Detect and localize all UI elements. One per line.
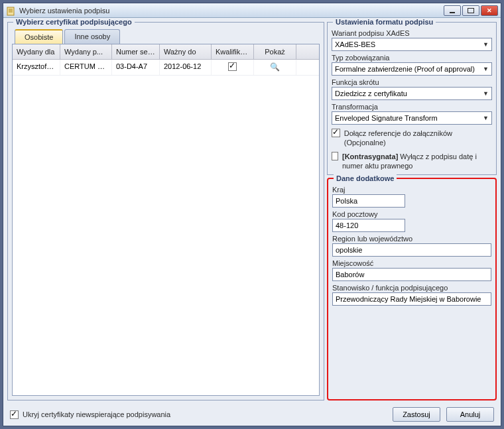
commitment-select[interactable]: Formalne zatwierdzenie (Proof of approva… — [332, 62, 492, 76]
cell-show[interactable]: 🔍 — [254, 60, 296, 75]
qualified-check-icon — [228, 62, 237, 71]
svg-rect-0 — [7, 7, 14, 15]
country-label: Kraj — [332, 186, 491, 194]
hash-select[interactable]: Dziedzicz z certyfikatu▼ — [332, 87, 492, 100]
hide-unsupported-label: Ukryj certyfikaty niewspierające podpisy… — [23, 410, 170, 418]
city-input[interactable]: Baborów — [332, 268, 491, 281]
variant-select[interactable]: XAdES-BES▼ — [332, 38, 492, 51]
contrasign-checkbox[interactable] — [332, 152, 338, 160]
chevron-down-icon: ▼ — [483, 90, 489, 97]
variant-label: Wariant podpisu XAdES — [332, 29, 492, 37]
cell-issued-to: Krzysztof R... — [13, 60, 60, 75]
certificate-legend: Wybierz certyfikat podpisującego — [13, 18, 135, 26]
th-issued-by[interactable]: Wydany p... — [60, 44, 112, 59]
th-valid-to[interactable]: Ważny do — [160, 44, 212, 59]
window-title: Wybierz ustawienia podpisu — [19, 7, 444, 15]
chevron-down-icon: ▼ — [483, 41, 489, 48]
region-label: Region lub województwo — [332, 235, 491, 243]
zip-label: Kod pocztowy — [332, 210, 491, 218]
hide-unsupported-checkbox[interactable] — [10, 410, 19, 419]
th-serial[interactable]: Numer ser... — [112, 44, 160, 59]
cell-valid-to: 2012-06-12 — [160, 60, 212, 75]
transform-label: Transformacja — [332, 103, 492, 111]
certificate-panel: Wybierz certyfikat podpisującego Osobist… — [7, 22, 324, 400]
maximize-button[interactable] — [462, 5, 479, 16]
chevron-down-icon: ▼ — [483, 115, 489, 121]
th-issued-to[interactable]: Wydany dla — [13, 44, 60, 59]
region-input[interactable]: opolskie — [332, 243, 491, 257]
th-qualified[interactable]: Kwalifiko... — [212, 44, 254, 59]
country-input[interactable]: Polska — [332, 194, 405, 208]
cell-serial: 03-D4-A7 — [112, 60, 160, 75]
transform-select[interactable]: Enveloped Signature Transform▼ — [332, 111, 492, 125]
extra-data-panel: Dane dodatkowe Kraj Polska Kod pocztowy … — [327, 178, 497, 400]
app-icon — [6, 5, 17, 16]
format-panel: Ustawienia formatu podpisu Wariant podpi… — [327, 22, 497, 175]
certificate-table: Wydany dla Wydany p... Numer ser... Ważn… — [12, 44, 320, 396]
cancel-button[interactable]: Anuluj — [446, 407, 494, 422]
titlebar[interactable]: Wybierz ustawienia podpisu — [3, 3, 501, 18]
extra-legend: Dane dodatkowe — [334, 174, 397, 182]
chevron-down-icon: ▼ — [483, 66, 489, 72]
th-show[interactable]: Pokaż — [254, 44, 296, 59]
tab-personal[interactable]: Osobiste — [15, 29, 63, 44]
cell-issued-by: CERTUM QCA — [60, 60, 112, 75]
close-button[interactable] — [481, 5, 498, 16]
role-input[interactable]: Przewodniczący Rady Miejskiej w Baborowi… — [332, 292, 491, 306]
magnify-icon: 🔍 — [270, 62, 280, 72]
zip-input[interactable]: 48-120 — [332, 219, 405, 232]
contrasign-label: [Kontrasygnata] Wyłącz z podpisu datę i … — [342, 152, 492, 171]
attach-refs-label: Dołącz referencje do załączników (Opcjon… — [344, 129, 492, 148]
minimize-button[interactable] — [444, 5, 461, 16]
format-legend: Ustawienia formatu podpisu — [333, 18, 436, 26]
commitment-label: Typ zobowiązania — [332, 54, 492, 62]
cell-qualified — [212, 60, 254, 75]
role-label: Stanowisko / funkcja podpisującego — [332, 284, 491, 292]
dialog-window: Wybierz ustawienia podpisu Wybierz certy… — [3, 3, 501, 426]
apply-button[interactable]: Zastosuj — [393, 407, 440, 422]
hash-label: Funkcja skrótu — [332, 78, 492, 86]
table-row[interactable]: Krzysztof R... CERTUM QCA 03-D4-A7 2012-… — [13, 60, 319, 76]
attach-refs-checkbox[interactable] — [332, 129, 340, 137]
city-label: Miejscowość — [332, 259, 491, 267]
tab-others[interactable]: Inne osoby — [64, 29, 120, 44]
